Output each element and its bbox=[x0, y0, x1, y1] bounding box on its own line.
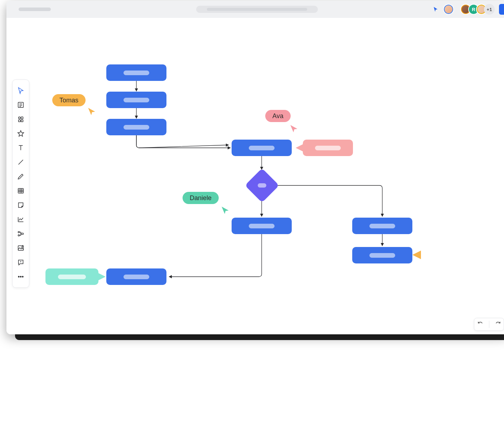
flow-node[interactable] bbox=[232, 140, 292, 156]
diagram-editor-window: R +1 bbox=[6, 1, 504, 334]
flow-callout-node[interactable] bbox=[303, 140, 353, 156]
card-tool[interactable] bbox=[14, 98, 28, 112]
svg-point-11 bbox=[18, 276, 19, 277]
chart-tool[interactable] bbox=[14, 212, 28, 227]
cursor-label-tomas: Tomas bbox=[52, 94, 86, 106]
presence-avatars: R +1 bbox=[432, 4, 504, 15]
cursor-label-ava: Ava bbox=[265, 110, 291, 122]
svg-point-13 bbox=[22, 276, 23, 277]
star-tool[interactable] bbox=[14, 126, 28, 141]
image-tool[interactable] bbox=[14, 241, 28, 255]
svg-point-10 bbox=[22, 247, 23, 247]
text-tool[interactable] bbox=[14, 141, 28, 155]
svg-rect-2 bbox=[21, 117, 23, 119]
canvas[interactable]: Tomas Ava Daniele bbox=[6, 18, 504, 334]
more-tools[interactable] bbox=[14, 270, 28, 284]
shapes-tool[interactable] bbox=[14, 112, 28, 126]
svg-rect-8 bbox=[21, 233, 23, 234]
callout-tail bbox=[296, 144, 303, 151]
undo-button[interactable] bbox=[477, 320, 484, 328]
sticky-note-tool[interactable] bbox=[14, 198, 28, 212]
undo-redo-toolbar bbox=[474, 318, 504, 331]
svg-rect-3 bbox=[19, 120, 21, 122]
comment-tool[interactable] bbox=[14, 255, 28, 270]
document-title-placeholder[interactable] bbox=[19, 8, 51, 11]
callout-tail bbox=[98, 273, 106, 280]
avatar-user-1[interactable] bbox=[443, 4, 454, 15]
redo-button[interactable] bbox=[495, 320, 501, 328]
flow-node[interactable] bbox=[106, 92, 166, 108]
topbar: R +1 bbox=[6, 1, 504, 18]
svg-point-7 bbox=[18, 235, 19, 236]
flow-callout-node[interactable] bbox=[45, 268, 98, 285]
flow-decision-node[interactable] bbox=[245, 168, 279, 203]
pen-tool[interactable] bbox=[14, 169, 28, 184]
avatar-more[interactable]: +1 bbox=[484, 4, 495, 15]
select-tool[interactable] bbox=[14, 83, 28, 98]
callout-tail bbox=[412, 251, 421, 259]
flow-node[interactable] bbox=[106, 119, 166, 135]
left-toolbar bbox=[12, 79, 29, 288]
cursor-arrow-icon bbox=[220, 205, 230, 215]
cursor-label-daniele: Daniele bbox=[183, 192, 219, 204]
line-tool[interactable] bbox=[14, 155, 28, 169]
flow-node[interactable] bbox=[106, 64, 166, 81]
svg-rect-4 bbox=[21, 120, 23, 122]
search-bar[interactable] bbox=[196, 6, 318, 13]
svg-point-1 bbox=[19, 117, 21, 119]
svg-rect-5 bbox=[18, 189, 24, 193]
divider bbox=[489, 321, 489, 328]
pointer-icon bbox=[432, 6, 439, 13]
flow-node[interactable] bbox=[352, 218, 412, 234]
mindmap-tool[interactable] bbox=[14, 227, 28, 241]
svg-point-6 bbox=[18, 231, 19, 233]
flow-node[interactable] bbox=[106, 268, 166, 285]
share-button[interactable] bbox=[499, 4, 504, 15]
cursor-arrow-icon bbox=[87, 107, 96, 116]
flow-node[interactable] bbox=[352, 247, 412, 263]
flow-node[interactable] bbox=[232, 218, 292, 234]
cursor-arrow-icon bbox=[289, 124, 299, 133]
svg-point-12 bbox=[20, 276, 21, 277]
table-tool[interactable] bbox=[14, 184, 28, 198]
svg-rect-9 bbox=[18, 246, 24, 251]
